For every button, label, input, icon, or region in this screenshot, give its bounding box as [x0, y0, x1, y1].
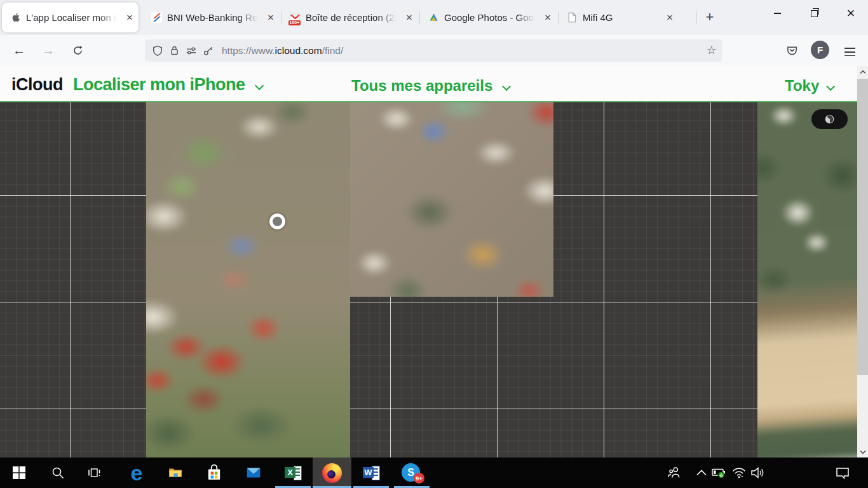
- lock-icon[interactable]: [169, 45, 180, 56]
- firefox-taskbar-button[interactable]: [313, 458, 351, 488]
- word-icon: W: [363, 464, 380, 481]
- icloud-brand: iCloud: [11, 75, 63, 94]
- back-button[interactable]: ←: [8, 39, 31, 61]
- volume-button[interactable]: [750, 466, 766, 480]
- tab-find-my-iphone[interactable]: L'app Localiser mon iP ×: [2, 3, 139, 32]
- task-view-icon: [87, 466, 101, 480]
- account-name: Toky: [785, 77, 819, 94]
- tab-title: L'app Localiser mon iP: [26, 12, 119, 23]
- unread-count-badge: 100+: [288, 20, 301, 25]
- bookmark-star-icon[interactable]: ☆: [707, 43, 717, 57]
- action-center-button[interactable]: [835, 466, 850, 480]
- excel-icon: X: [285, 464, 302, 481]
- forward-button[interactable]: →: [37, 39, 60, 61]
- microsoft-store-button[interactable]: [206, 464, 222, 482]
- chevron-down-icon: [826, 82, 835, 91]
- chevron-up-icon: [696, 469, 707, 477]
- window-minimize-button[interactable]: [763, 0, 792, 27]
- satellite-tile-left: [146, 102, 350, 458]
- account-initial: F: [817, 44, 823, 55]
- people-button[interactable]: [666, 464, 682, 481]
- edge-taskbar-button[interactable]: e: [126, 461, 147, 484]
- windows-logo-icon: [12, 466, 26, 480]
- tab-separator: [281, 11, 281, 24]
- blank-page-icon: [567, 12, 578, 23]
- start-button[interactable]: [6, 466, 32, 480]
- hidden-icons-button[interactable]: [695, 467, 708, 478]
- saved-login-key-icon[interactable]: [203, 45, 214, 57]
- tab-title: Google Photos - Goog: [444, 12, 537, 23]
- tab-title: Mifi 4G: [583, 12, 659, 23]
- pocket-button[interactable]: [780, 39, 803, 61]
- minimize-icon: [774, 13, 781, 14]
- scroll-down-button[interactable]: [857, 446, 868, 458]
- permissions-icon[interactable]: [186, 45, 197, 57]
- notification-icon: [835, 466, 850, 480]
- chevron-down-icon: [860, 450, 866, 454]
- tab-close-icon[interactable]: ×: [402, 11, 416, 24]
- url-text[interactable]: https://www.icloud.com/find/: [222, 45, 343, 57]
- app-title: Localiser mon iPhone: [73, 75, 245, 94]
- scroll-up-button[interactable]: [857, 66, 868, 78]
- all-devices-menu[interactable]: Tous mes appareils: [351, 77, 508, 95]
- new-tab-button[interactable]: +: [700, 9, 719, 25]
- satellite-tile-beach: [757, 102, 857, 458]
- wifi-icon: [731, 466, 747, 480]
- reload-icon: [72, 45, 83, 56]
- tab-separator: [419, 11, 420, 24]
- account-avatar[interactable]: F: [811, 41, 829, 59]
- window-restore-button[interactable]: [799, 0, 829, 27]
- pocket-icon: [786, 44, 798, 57]
- taskbar-search-button[interactable]: [51, 466, 65, 480]
- mail-app-button[interactable]: [245, 464, 262, 481]
- wifi-button[interactable]: [731, 466, 747, 480]
- excel-taskbar-button[interactable]: X: [285, 464, 302, 481]
- word-taskbar-button[interactable]: W: [363, 464, 380, 481]
- tab-close-icon[interactable]: ×: [663, 11, 677, 24]
- tab-close-icon[interactable]: ×: [123, 11, 137, 24]
- icloud-header: iCloud Localiser mon iPhone Tous mes app…: [0, 66, 868, 102]
- file-explorer-button[interactable]: [167, 464, 184, 481]
- page-scrollbar[interactable]: [857, 66, 868, 458]
- tab-mifi-4g[interactable]: Mifi 4G ×: [559, 3, 696, 32]
- url-bar[interactable]: https://www.icloud.com/find/ ☆: [145, 39, 722, 62]
- tab-close-icon[interactable]: ×: [541, 11, 555, 24]
- tab-separator: [558, 11, 559, 24]
- gmail-icon: 100+: [290, 12, 301, 23]
- skype-taskbar-button[interactable]: S 9+: [402, 463, 420, 482]
- scrollbar-thumb[interactable]: [857, 79, 868, 375]
- tracking-shield-icon[interactable]: [152, 45, 163, 57]
- edge-icon: e: [131, 462, 143, 484]
- google-drive-icon: [428, 12, 439, 23]
- url-prefix: https://www.: [222, 45, 275, 56]
- window-close-button[interactable]: ×: [836, 0, 865, 27]
- tab-close-icon[interactable]: ×: [264, 11, 278, 24]
- map-canvas[interactable]: [0, 102, 857, 458]
- skype-icon: S 9+: [402, 463, 420, 482]
- tab-title: Boîte de réception (28: [306, 12, 398, 23]
- tab-bni-webbanking[interactable]: BNI Web-Banking Reta ×: [143, 3, 280, 32]
- battery-icon: [711, 466, 727, 480]
- battery-status-button[interactable]: [711, 466, 727, 480]
- microsoft-store-icon: [206, 464, 222, 482]
- search-icon: [51, 466, 65, 480]
- speaker-icon: [750, 466, 766, 480]
- skype-notification-badge: 9+: [414, 473, 424, 484]
- url-path: /find/: [322, 45, 344, 56]
- tab-google-photos[interactable]: Google Photos - Goog ×: [420, 3, 557, 32]
- file-explorer-icon: [167, 464, 184, 481]
- apple-icon: [10, 12, 21, 23]
- people-icon: [666, 464, 682, 481]
- tab-gmail-inbox[interactable]: 100+ Boîte de réception (28 ×: [281, 3, 419, 32]
- browser-toolbar: ← → https://www.icloud.com/find/ ☆ F: [0, 35, 868, 67]
- map-type-toggle-button[interactable]: [811, 109, 848, 129]
- icloud-app-menu[interactable]: iCloud Localiser mon iPhone: [11, 75, 261, 95]
- task-view-button[interactable]: [87, 466, 101, 480]
- menu-button[interactable]: [844, 45, 855, 58]
- mail-icon: [245, 464, 262, 481]
- account-menu[interactable]: Toky: [785, 77, 832, 95]
- tab-separator: [696, 11, 697, 24]
- reload-button[interactable]: [66, 39, 89, 61]
- chevron-down-icon: [255, 81, 264, 90]
- device-location-marker[interactable]: [269, 214, 285, 229]
